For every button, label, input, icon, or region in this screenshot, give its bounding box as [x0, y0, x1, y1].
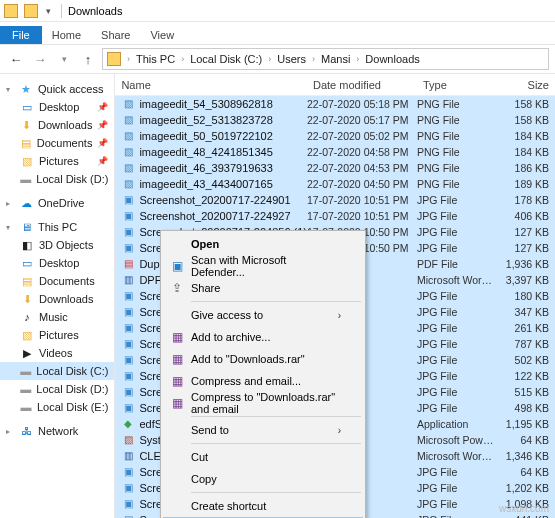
file-row[interactable]: imageedit_50_501972210222-07-2020 05:02 …: [115, 128, 555, 144]
ribbon-tabs: File Home Share View: [0, 22, 555, 44]
sidebar-item-pictures[interactable]: ▧Pictures📌: [0, 152, 114, 170]
file-size: 184 KB: [497, 130, 555, 142]
file-size: 1,346 KB: [497, 450, 555, 462]
breadcrumb[interactable]: Local Disk (C:): [188, 53, 264, 65]
file-icon: [121, 514, 135, 519]
file-row[interactable]: imageedit_54_530896281822-07-2020 05:18 …: [115, 96, 555, 112]
file-type: JPG File: [417, 370, 497, 382]
sidebar-item-localdisk-d[interactable]: ▬Local Disk (D:): [0, 380, 114, 398]
pin-icon: 📌: [97, 138, 108, 148]
back-button[interactable]: ←: [6, 49, 26, 69]
file-type: PNG File: [417, 162, 497, 174]
file-row[interactable]: imageedit_43_443400716522-07-2020 04:50 …: [115, 176, 555, 192]
cube-icon: ◧: [20, 238, 34, 252]
breadcrumb[interactable]: Users: [275, 53, 308, 65]
file-size: 64 KB: [497, 434, 555, 446]
tab-home[interactable]: Home: [42, 26, 91, 44]
sidebar-item-documents[interactable]: ▤Documents: [0, 272, 114, 290]
file-row[interactable]: imageedit_48_424185134522-07-2020 04:58 …: [115, 144, 555, 160]
documents-icon: ▤: [20, 274, 34, 288]
column-type[interactable]: Type: [417, 79, 497, 91]
breadcrumb[interactable]: This PC: [134, 53, 177, 65]
file-row[interactable]: Screenshot_20200717-22490117-07-2020 10:…: [115, 192, 555, 208]
menu-scan-defender[interactable]: ▣Scan with Microsoft Defender...: [163, 255, 363, 277]
menu-cut[interactable]: Cut: [163, 446, 363, 468]
sidebar-item-desktop[interactable]: ▭Desktop📌: [0, 98, 114, 116]
pictures-icon: ▧: [20, 154, 34, 168]
sidebar-this-pc[interactable]: ▾🖥This PC: [0, 218, 114, 236]
sidebar-item-label: 3D Objects: [39, 239, 93, 251]
menu-add-rar[interactable]: ▦Add to "Downloads.rar": [163, 348, 363, 370]
sidebar-item-documents[interactable]: ▤Documents📌: [0, 134, 114, 152]
file-date: 22-07-2020 04:50 PM: [307, 178, 417, 190]
sidebar-item-videos[interactable]: ▶Videos: [0, 344, 114, 362]
menu-add-archive[interactable]: ▦Add to archive...: [163, 326, 363, 348]
chevron-right-icon[interactable]: ›: [125, 54, 132, 64]
file-type: JPG File: [417, 338, 497, 350]
file-name: Screenshot_20200717-224901: [139, 194, 307, 206]
file-size: 64 KB: [497, 466, 555, 478]
sidebar-item-label: Network: [38, 425, 78, 437]
breadcrumb[interactable]: Downloads: [363, 53, 421, 65]
menu-give-access[interactable]: Give access to›: [163, 304, 363, 326]
sidebar-item-label: Local Disk (E:): [37, 401, 109, 413]
chevron-right-icon[interactable]: ›: [310, 54, 317, 64]
file-icon: [121, 210, 135, 222]
sidebar-item-label: This PC: [38, 221, 77, 233]
sidebar-onedrive[interactable]: ▸☁OneDrive: [0, 194, 114, 212]
menu-compress-email[interactable]: ▦Compress and email...: [163, 370, 363, 392]
recent-dropdown[interactable]: ▾: [54, 49, 74, 69]
menu-create-shortcut[interactable]: Create shortcut: [163, 495, 363, 517]
sidebar-item-desktop[interactable]: ▭Desktop: [0, 254, 114, 272]
sidebar-network[interactable]: ▸🖧Network: [0, 422, 114, 440]
sidebar-quick-access[interactable]: ▾★Quick access: [0, 80, 114, 98]
menu-compress-rar-email[interactable]: ▦Compress to "Downloads.rar" and email: [163, 392, 363, 414]
file-row[interactable]: Screenshot_20200717-22492717-07-2020 10:…: [115, 208, 555, 224]
sidebar-item-pictures[interactable]: ▧Pictures: [0, 326, 114, 344]
file-size: 122 KB: [497, 370, 555, 382]
sidebar-item-downloads[interactable]: ⬇Downloads: [0, 290, 114, 308]
menu-share[interactable]: ⇪Share: [163, 277, 363, 299]
menu-separator: [191, 492, 361, 493]
file-date: 22-07-2020 05:17 PM: [307, 114, 417, 126]
file-icon: [121, 226, 135, 238]
sidebar-item-3dobjects[interactable]: ◧3D Objects: [0, 236, 114, 254]
tab-file[interactable]: File: [0, 26, 42, 44]
tab-view[interactable]: View: [140, 26, 184, 44]
qat-dropdown-icon[interactable]: ▾: [46, 6, 51, 16]
sidebar-item-localdisk-e[interactable]: ▬Local Disk (E:): [0, 398, 114, 416]
sidebar-item-downloads[interactable]: ⬇Downloads📌: [0, 116, 114, 134]
chevron-right-icon[interactable]: ›: [179, 54, 186, 64]
pc-icon: 🖥: [19, 220, 33, 234]
sidebar-item-localdisk-c[interactable]: ▬Local Disk (C:): [0, 362, 114, 380]
breadcrumb[interactable]: Mansi: [319, 53, 352, 65]
drive-icon: ▬: [20, 172, 31, 186]
file-icon: [121, 194, 135, 206]
column-name[interactable]: Name: [115, 79, 307, 91]
file-name: imageedit_54_5308962818: [139, 98, 307, 110]
file-row[interactable]: imageedit_52_531382372822-07-2020 05:17 …: [115, 112, 555, 128]
column-date[interactable]: Date modified: [307, 79, 417, 91]
chevron-right-icon[interactable]: ›: [354, 54, 361, 64]
file-type: JPG File: [417, 498, 497, 510]
file-icon: [121, 178, 135, 190]
menu-label: Scan with Microsoft Defender...: [191, 254, 341, 278]
archive-icon: ▦: [169, 351, 185, 367]
file-size: 502 KB: [497, 354, 555, 366]
forward-button[interactable]: →: [30, 49, 50, 69]
sidebar-item-music[interactable]: ♪Music: [0, 308, 114, 326]
title-bar: ▾ Downloads: [0, 0, 555, 22]
downloads-icon: ⬇: [20, 292, 34, 306]
menu-copy[interactable]: Copy: [163, 468, 363, 490]
menu-open[interactable]: Open: [163, 233, 363, 255]
up-button[interactable]: ↑: [78, 49, 98, 69]
menu-send-to[interactable]: Send to›: [163, 419, 363, 441]
address-bar[interactable]: › This PC › Local Disk (C:) › Users › Ma…: [102, 48, 549, 70]
sidebar-item-label: Desktop: [39, 101, 79, 113]
file-row[interactable]: imageedit_46_393791963322-07-2020 04:53 …: [115, 160, 555, 176]
tab-share[interactable]: Share: [91, 26, 140, 44]
column-size[interactable]: Size: [497, 79, 555, 91]
file-type: JPG File: [417, 482, 497, 494]
sidebar-item-localdisk-d[interactable]: ▬Local Disk (D:): [0, 170, 114, 188]
chevron-right-icon[interactable]: ›: [266, 54, 273, 64]
